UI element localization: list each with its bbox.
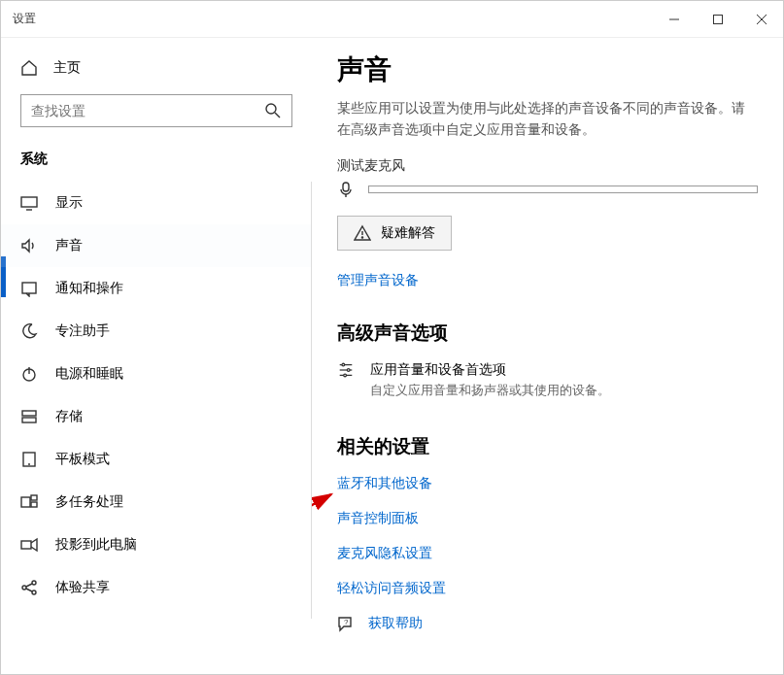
svg-point-31 — [347, 369, 350, 372]
minimize-button[interactable] — [652, 2, 696, 37]
svg-point-20 — [32, 581, 36, 585]
sidebar-item-label: 存储 — [55, 408, 83, 425]
troubleshoot-button[interactable]: 疑难解答 — [337, 216, 452, 251]
search-input[interactable] — [31, 103, 264, 118]
sound-icon — [20, 237, 38, 254]
svg-rect-1 — [713, 15, 722, 23]
svg-text:?: ? — [344, 618, 349, 626]
related-bluetooth-link[interactable]: 蓝牙和其他设备 — [337, 475, 758, 492]
sidebar-item-sound[interactable]: 声音 — [1, 224, 311, 267]
svg-rect-11 — [22, 411, 36, 416]
related-mic-privacy-link[interactable]: 麦克风隐私设置 — [337, 545, 758, 562]
related-ease-audio-link[interactable]: 轻松访问音频设置 — [337, 580, 758, 597]
section-label: 系统 — [1, 145, 312, 182]
search-box[interactable] — [20, 94, 292, 127]
mic-test-label: 测试麦克风 — [337, 157, 758, 175]
sidebar-item-label: 专注助手 — [55, 322, 110, 340]
svg-rect-12 — [22, 418, 36, 422]
storage-icon — [20, 408, 38, 425]
multitask-icon — [20, 493, 38, 511]
display-icon — [20, 194, 38, 212]
svg-line-22 — [26, 584, 32, 587]
get-help-link[interactable]: 获取帮助 — [368, 615, 423, 632]
mic-icon — [337, 181, 355, 198]
svg-point-27 — [361, 237, 362, 238]
related-sound-panel-link[interactable]: 声音控制面板 — [337, 510, 758, 527]
close-button[interactable] — [739, 2, 783, 37]
sidebar-item-tablet[interactable]: 平板模式 — [1, 438, 311, 481]
page-description: 某些应用可以设置为使用与此处选择的声音设备不同的声音设备。请在高级声音选项中自定… — [337, 98, 758, 140]
share-icon — [20, 579, 38, 596]
svg-line-5 — [275, 113, 280, 118]
project-icon — [20, 536, 38, 554]
sidebar-item-label: 显示 — [55, 194, 83, 212]
svg-point-19 — [22, 586, 26, 590]
sidebar-item-storage[interactable]: 存储 — [1, 395, 311, 438]
troubleshoot-label: 疑难解答 — [381, 224, 435, 242]
sidebar-item-label: 多任务处理 — [55, 493, 123, 511]
svg-point-21 — [32, 591, 36, 594]
related-heading: 相关的设置 — [337, 434, 758, 459]
help-icon: ? — [337, 615, 355, 632]
svg-rect-8 — [22, 283, 36, 293]
app-pref-desc: 自定义应用音量和扬声器或其使用的设备。 — [370, 383, 610, 399]
window-title: 设置 — [13, 11, 36, 27]
manage-devices-link[interactable]: 管理声音设备 — [337, 272, 758, 289]
sidebar-item-multitask[interactable]: 多任务处理 — [1, 481, 311, 523]
sidebar-item-label: 通知和操作 — [55, 280, 123, 297]
page-heading: 声音 — [337, 51, 758, 88]
svg-point-29 — [342, 363, 345, 366]
svg-line-35 — [312, 494, 331, 559]
app-pref-title: 应用音量和设备首选项 — [370, 361, 610, 379]
sidebar-item-power[interactable]: 电源和睡眠 — [1, 353, 311, 395]
mic-level-bar — [368, 186, 758, 193]
svg-point-33 — [344, 374, 347, 377]
svg-line-23 — [26, 589, 32, 591]
warning-icon — [354, 224, 371, 242]
sidebar-item-shared[interactable]: 体验共享 — [1, 566, 311, 609]
svg-point-4 — [266, 104, 276, 114]
sliders-icon — [337, 361, 355, 379]
home-icon — [20, 59, 38, 77]
home-label: 主页 — [53, 59, 81, 77]
sidebar-item-focus[interactable]: 专注助手 — [1, 310, 311, 353]
app-volume-pref[interactable]: 应用音量和设备首选项 自定义应用音量和扬声器或其使用的设备。 — [337, 361, 758, 399]
svg-rect-24 — [343, 183, 349, 191]
advanced-heading: 高级声音选项 — [337, 321, 758, 346]
sidebar-item-notifications[interactable]: 通知和操作 — [1, 267, 311, 310]
sidebar-item-label: 平板模式 — [55, 451, 110, 468]
moon-icon — [20, 322, 38, 340]
sidebar-item-label: 声音 — [55, 237, 83, 254]
sidebar-item-label: 体验共享 — [55, 579, 110, 596]
sidebar-item-project[interactable]: 投影到此电脑 — [1, 523, 311, 566]
home-link[interactable]: 主页 — [1, 50, 312, 86]
notification-icon — [20, 280, 38, 297]
sidebar-item-display[interactable]: 显示 — [1, 182, 311, 224]
svg-rect-17 — [31, 502, 37, 507]
sidebar-item-label: 投影到此电脑 — [55, 536, 137, 554]
svg-rect-16 — [31, 495, 37, 500]
svg-rect-15 — [21, 497, 30, 507]
tablet-icon — [20, 451, 38, 468]
search-icon — [264, 102, 282, 119]
svg-rect-6 — [21, 197, 37, 207]
maximize-button[interactable] — [696, 2, 739, 37]
svg-rect-18 — [21, 541, 31, 549]
sidebar-item-label: 电源和睡眠 — [55, 365, 123, 383]
power-icon — [20, 365, 38, 383]
